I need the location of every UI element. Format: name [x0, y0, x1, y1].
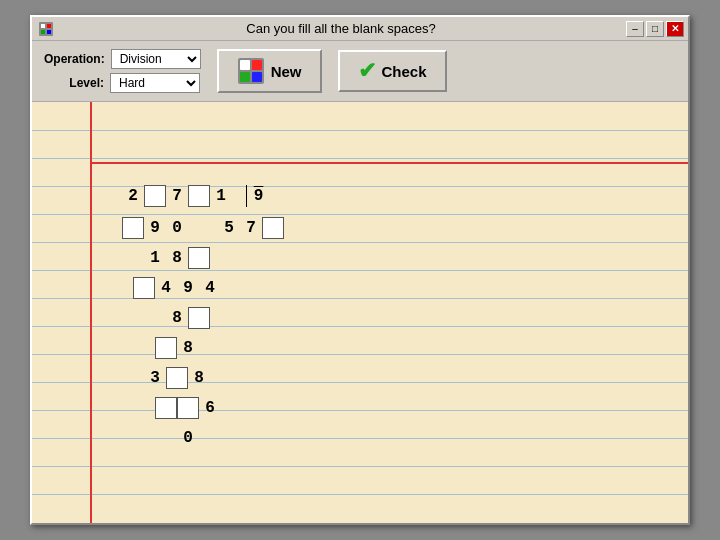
operation-field: Operation: Division Addition Subtraction…	[44, 49, 201, 69]
new-button[interactable]: New	[217, 49, 322, 93]
svg-rect-2	[47, 24, 51, 28]
digit: 7	[166, 185, 188, 207]
svg-rect-8	[240, 72, 250, 82]
main-window: Can you fill all the blank spaces? – □ ✕…	[30, 15, 690, 525]
digit: 8	[166, 307, 188, 329]
math-row-1: 2 7 1 9	[122, 182, 284, 210]
title-bar-text: Can you fill all the blank spaces?	[60, 17, 622, 40]
blank-input[interactable]	[155, 397, 177, 419]
margin-line	[90, 102, 92, 523]
paper-line	[32, 158, 688, 159]
check-button[interactable]: ✔ Check	[338, 50, 447, 92]
minimize-button[interactable]: –	[626, 21, 644, 37]
restore-button[interactable]: □	[646, 21, 664, 37]
new-button-label: New	[271, 63, 302, 80]
svg-rect-7	[252, 60, 262, 70]
paper-line	[32, 494, 688, 495]
paper-line	[32, 466, 688, 467]
svg-rect-6	[240, 60, 250, 70]
level-select[interactable]: Hard Easy Medium	[110, 73, 200, 93]
digit: 8	[177, 337, 199, 359]
svg-rect-9	[252, 72, 262, 82]
blank-input[interactable]	[177, 397, 199, 419]
digit: 3	[144, 367, 166, 389]
math-area: 2 7 1 9 9 0 5 7 1 8	[122, 182, 284, 454]
digit: 8	[188, 367, 210, 389]
operation-label: Operation:	[44, 52, 105, 66]
digit: 4	[199, 277, 221, 299]
math-row-2: 9 0 5 7	[122, 214, 284, 242]
digit: 4	[155, 277, 177, 299]
top-divider	[90, 162, 688, 164]
math-row-4: 4 9 4	[133, 274, 284, 302]
toolbar: Operation: Division Addition Subtraction…	[32, 41, 688, 102]
blank-input[interactable]	[166, 367, 188, 389]
math-row-9: 0	[177, 424, 284, 452]
blank-input[interactable]	[188, 185, 210, 207]
math-row-5: 8	[166, 304, 284, 332]
svg-rect-3	[41, 30, 45, 34]
level-label: Level:	[44, 76, 104, 90]
digit: 9	[246, 185, 268, 207]
app-icon	[38, 21, 54, 37]
check-icon: ✔	[358, 58, 376, 84]
toolbar-fields: Operation: Division Addition Subtraction…	[44, 49, 201, 93]
title-bar-controls: – □ ✕	[622, 17, 688, 40]
paper-line	[32, 130, 688, 131]
blank-input[interactable]	[188, 307, 210, 329]
digit: 1	[144, 247, 166, 269]
svg-rect-4	[47, 30, 51, 34]
digit: 7	[240, 217, 262, 239]
math-row-6: 8	[155, 334, 284, 362]
digit: 9	[144, 217, 166, 239]
operation-select[interactable]: Division Addition Subtraction Multiplica…	[111, 49, 201, 69]
new-icon	[237, 57, 265, 85]
digit: 0	[166, 217, 188, 239]
math-row-3: 1 8	[144, 244, 284, 272]
math-row-8: 6	[155, 394, 284, 422]
level-field: Level: Hard Easy Medium	[44, 73, 201, 93]
digit: 2	[122, 185, 144, 207]
digit: 9	[177, 277, 199, 299]
blank-input[interactable]	[144, 185, 166, 207]
content-area: 2 7 1 9 9 0 5 7 1 8	[32, 102, 688, 523]
digit: 1	[210, 185, 232, 207]
blank-input[interactable]	[188, 247, 210, 269]
blank-input[interactable]	[262, 217, 284, 239]
digit: 6	[199, 397, 221, 419]
blank-input[interactable]	[155, 337, 177, 359]
math-row-7: 3 8	[144, 364, 284, 392]
close-button[interactable]: ✕	[666, 21, 684, 37]
blank-input[interactable]	[122, 217, 144, 239]
digit: 5	[218, 217, 240, 239]
digit: 8	[166, 247, 188, 269]
check-button-label: Check	[382, 63, 427, 80]
digit: 0	[177, 427, 199, 449]
svg-rect-1	[41, 24, 45, 28]
blank-input[interactable]	[133, 277, 155, 299]
